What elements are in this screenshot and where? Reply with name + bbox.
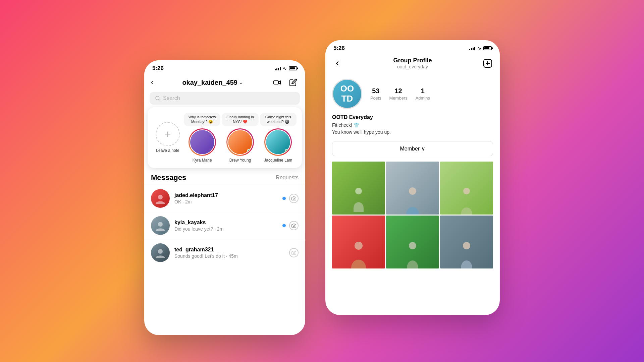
story-item-drew[interactable]: Finally landing in NYC! ❤️ Drew Young [222, 113, 258, 163]
photo-cell-3[interactable] [440, 162, 493, 215]
photo-cell-1[interactable] [332, 162, 385, 215]
jacqueline-story-ring [264, 128, 292, 156]
stat-members: 12 Members [389, 87, 408, 101]
story-item-add-note[interactable]: + Leave a note [153, 113, 182, 163]
member-button[interactable]: Member ∨ [332, 141, 493, 156]
kyra-name: Kyra Marie [193, 158, 212, 163]
preview-kyia: Did you leave yet? · 2m [174, 226, 278, 232]
drew-story-ring [226, 128, 254, 156]
svg-point-15 [355, 242, 363, 250]
jacqueline-avatar [266, 130, 290, 154]
back-button-right[interactable] [332, 58, 343, 69]
preview-ted: Sounds good! Let's do it · 45m [174, 253, 284, 259]
message-content-3: ted_graham321 Sounds good! Let's do it ·… [174, 247, 284, 259]
message-item-1[interactable]: jaded.elephant17 OK · 2m [144, 185, 305, 212]
camera-button-2[interactable] [289, 221, 299, 230]
avatar-icon-ted [154, 247, 166, 259]
svg-rect-0 [274, 81, 278, 84]
svg-point-6 [293, 225, 295, 227]
svg-point-16 [409, 242, 416, 249]
online-dot-jacqueline [285, 149, 289, 154]
jacqueline-name: Jacqueline Lam [264, 158, 292, 163]
phone-left: 5:26 ∿ ‹ okay_kaiden_459 ⌄ [144, 60, 305, 335]
svg-point-8 [293, 252, 295, 254]
add-note-avatar[interactable]: + [156, 122, 180, 146]
admins-label: Admins [416, 96, 430, 101]
person-icon-5 [404, 238, 422, 268]
photo-cell-6[interactable] [440, 216, 493, 268]
stat-admins: 1 Admins [416, 87, 430, 101]
stories-card: + Leave a note Why is tomorrow Monday!? … [148, 107, 302, 168]
drew-avatar [228, 130, 252, 154]
requests-link[interactable]: Requests [276, 175, 299, 181]
photo-cell-4[interactable] [332, 216, 385, 268]
camera-icon-3 [291, 250, 296, 255]
message-actions-2 [282, 221, 299, 230]
stat-posts: 53 Posts [370, 87, 381, 101]
story-item-jacqueline[interactable]: Game night this weekend? 🎱 Jacqueline La… [260, 113, 297, 163]
photo-cell-5[interactable] [386, 216, 439, 268]
photo-cell-2[interactable] [386, 162, 439, 215]
compose-icon [289, 78, 297, 86]
preview-jaded: OK · 2m [174, 199, 278, 204]
status-icons-right: ∿ [469, 46, 492, 51]
nav-bar-left: ‹ okay_kaiden_459 ⌄ [144, 74, 305, 92]
status-bar-right: 5:26 ∿ [325, 40, 500, 54]
video-call-button[interactable] [272, 77, 282, 88]
avatar-icon-jaded [154, 192, 166, 204]
compose-button[interactable] [288, 77, 299, 88]
svg-point-4 [293, 198, 295, 199]
drew-note-bubble: Finally landing in NYC! ❤️ [222, 113, 258, 126]
message-actions-1 [282, 194, 299, 203]
group-avatar: OO TD [332, 79, 362, 109]
svg-point-13 [409, 187, 416, 195]
person-icon-3 [458, 184, 476, 215]
svg-point-17 [463, 242, 470, 249]
group-nav-center: Group Profile ootd_everyday [393, 57, 432, 69]
back-button[interactable]: ‹ [151, 78, 153, 87]
username-jaded: jaded.elephant17 [174, 192, 278, 198]
search-bar[interactable]: Search [150, 92, 300, 105]
jacqueline-note-bubble: Game night this weekend? 🎱 [260, 113, 297, 126]
group-nav-title: Group Profile [393, 57, 432, 64]
username-ted: ted_graham321 [174, 247, 284, 253]
camera-button-3[interactable] [289, 248, 299, 257]
message-item-3[interactable]: ted_graham321 Sounds good! Let's do it ·… [144, 239, 305, 266]
svg-line-2 [159, 99, 160, 100]
avatar-ted [151, 243, 170, 262]
group-name: OOTD Everyday [332, 114, 493, 120]
battery-icon [289, 66, 297, 70]
kyra-story-ring [189, 128, 216, 156]
phone-right: 5:26 ∿ Group [325, 40, 500, 315]
wifi-icon: ∿ [283, 66, 287, 71]
add-note-label: Leave a note [156, 148, 179, 153]
message-content-2: kyia_kayaks Did you leave yet? · 2m [174, 220, 278, 232]
phones-container: 5:26 ∿ ‹ okay_kaiden_459 ⌄ [144, 27, 500, 335]
avatar-kyia [151, 216, 170, 235]
kyra-avatar [190, 130, 214, 154]
add-group-button[interactable] [482, 58, 493, 69]
group-info-row: OO TD 53 Posts 12 Members 1 Admi [332, 79, 493, 109]
chevron-down-icon: ⌄ [239, 80, 243, 85]
add-icon [483, 59, 492, 68]
svg-point-12 [355, 188, 362, 194]
nav-actions [272, 77, 299, 88]
online-dot-drew [247, 149, 252, 154]
group-profile-body: OO TD 53 Posts 12 Members 1 Admi [325, 73, 500, 274]
camera-button-1[interactable] [289, 194, 299, 203]
kyra-note-bubble: Why is tomorrow Monday!? 😩 [184, 113, 220, 126]
bio-line1: Fit check! 👕 [332, 122, 493, 129]
message-item-2[interactable]: kyia_kayaks Did you leave yet? · 2m [144, 212, 305, 239]
group-nav: Group Profile ootd_everyday [325, 54, 500, 73]
messages-header: Messages Requests [144, 168, 305, 185]
svg-point-3 [158, 195, 163, 199]
drew-name: Drew Young [229, 158, 251, 163]
status-time-left: 5:26 [152, 65, 164, 72]
photo-grid [332, 162, 493, 268]
svg-point-1 [156, 96, 159, 100]
avatar-jaded [151, 189, 170, 208]
back-icon-right [334, 60, 341, 67]
members-label: Members [389, 96, 408, 101]
battery-icon-right [483, 46, 492, 50]
story-item-kyra[interactable]: Why is tomorrow Monday!? 😩 Kyra Marie [184, 113, 220, 163]
